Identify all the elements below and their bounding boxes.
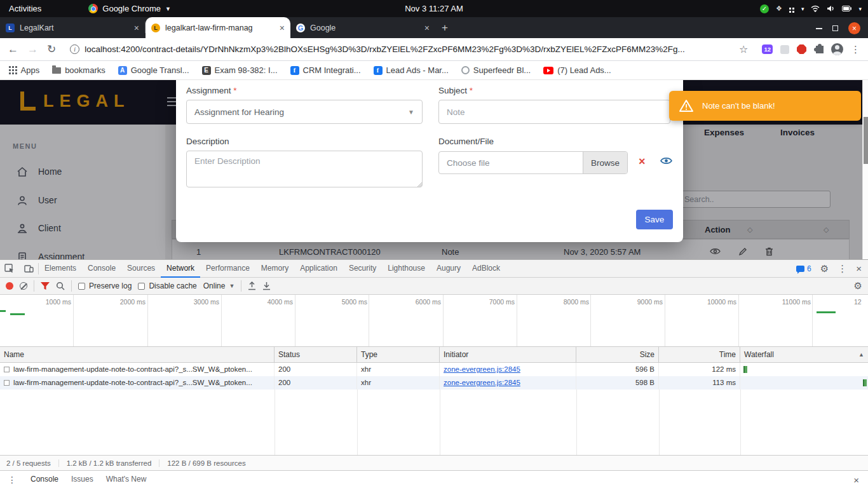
maximize-button[interactable] [832, 25, 838, 31]
bookmark-google-translate[interactable]: AGoogle Transl... [118, 65, 189, 75]
browser-tab-google[interactable]: G Google × [290, 17, 435, 38]
site-info-icon[interactable]: i [70, 44, 79, 54]
network-timeline[interactable]: 1000 ms 2000 ms 3000 ms 4000 ms 5000 ms … [0, 295, 868, 347]
network-request-row[interactable]: law-firm-management-update-note-to-contr… [0, 376, 868, 390]
minimize-button[interactable] [816, 28, 822, 29]
waterfall-bar [743, 366, 747, 373]
extensions-puzzle-icon[interactable] [816, 46, 824, 53]
initiator-link[interactable]: zone-evergreen.js:2845 [444, 365, 520, 373]
console-messages-badge[interactable]: 6 [796, 264, 811, 273]
col-size[interactable]: Size [576, 347, 659, 363]
tab-memory[interactable]: Memory [255, 260, 294, 278]
remove-file-icon[interactable]: × [639, 155, 646, 168]
tab-application[interactable]: Application [294, 260, 343, 278]
col-type[interactable]: Type [357, 347, 440, 363]
waterfall-bar [863, 379, 867, 386]
tab-close-icon[interactable]: × [134, 23, 139, 33]
close-window-button[interactable]: × [848, 22, 860, 34]
back-icon[interactable]: ← [8, 43, 18, 56]
facebook-icon: f [374, 66, 383, 75]
inspect-element-icon[interactable] [0, 260, 19, 278]
system-tray[interactable]: ✓ ❖ ▾ ▾ [760, 4, 868, 13]
description-textarea[interactable] [186, 151, 423, 187]
drawer-tab-whats-new[interactable]: What's New [100, 471, 153, 488]
profile-avatar[interactable] [831, 43, 843, 55]
clear-icon[interactable] [20, 282, 27, 290]
omnibox[interactable]: i localhost:4200/contract-details/YDrNhN… [65, 41, 753, 58]
note-modal: Assignment * Assignment for Hearing ▼ Su… [176, 80, 683, 242]
col-initiator[interactable]: Initiator [440, 347, 576, 363]
search-icon[interactable] [56, 281, 65, 290]
bookmark-exam[interactable]: EExam 98-382: I... [202, 65, 278, 75]
import-har-icon[interactable] [248, 281, 256, 290]
bookmark-folder[interactable]: bookmarks [52, 65, 105, 75]
drawer-tab-issues[interactable]: Issues [65, 471, 100, 488]
choose-file-text[interactable]: Choose file [439, 152, 583, 173]
extension-badge-icon[interactable]: 12 [762, 44, 773, 54]
page-scrollbar[interactable] [862, 80, 868, 259]
col-time[interactable]: Time [659, 347, 740, 363]
forward-icon[interactable]: → [27, 43, 38, 56]
save-button[interactable]: Save [636, 210, 673, 229]
legalkart-favicon: L [6, 24, 15, 32]
adblock-icon[interactable] [797, 44, 806, 54]
bookmark-lead-ads[interactable]: fLead Ads - Mar... [374, 65, 449, 75]
google-favicon: G [296, 24, 305, 32]
disable-cache-toggle[interactable]: Disable cache [138, 281, 196, 290]
devtools-panel: Elements Console Sources Network Perform… [0, 259, 868, 488]
throttling-select[interactable]: Online▼ [203, 281, 235, 290]
error-toast[interactable]: Note can't be blank! [669, 91, 861, 121]
col-status[interactable]: Status [275, 347, 357, 363]
preview-file-icon[interactable] [660, 156, 672, 165]
timeline-tick: 12 [854, 298, 868, 306]
tab-security[interactable]: Security [343, 260, 382, 278]
bookmark-apps[interactable]: Apps [9, 65, 39, 75]
bookmark-star-icon[interactable]: ☆ [739, 43, 748, 55]
tab-network[interactable]: Network [161, 260, 200, 278]
network-request-row[interactable]: law-firm-management-update-note-to-contr… [0, 363, 868, 376]
scrollbar-thumb[interactable] [864, 117, 868, 164]
new-tab-button[interactable]: + [442, 22, 448, 34]
drawer-tab-console[interactable]: Console [24, 471, 65, 488]
system-clock[interactable]: Nov 3 11:27 AM [0, 4, 868, 13]
col-waterfall[interactable]: Waterfall▲ [740, 347, 868, 363]
subject-input[interactable] [438, 100, 670, 124]
bookmark-superfeedr[interactable]: Superfeedr Bl... [461, 65, 531, 75]
drawer-menu-icon[interactable]: ⋮ [0, 475, 24, 485]
devtools-settings-icon[interactable]: ⚙ [820, 263, 829, 274]
tab-sources[interactable]: Sources [121, 260, 161, 278]
requests-count[interactable]: 2 / 5 requests [6, 459, 59, 467]
filter-icon[interactable] [41, 282, 50, 290]
assignment-select[interactable]: Assignment for Hearing ▼ [186, 100, 423, 124]
tab-adblock[interactable]: AdBlock [466, 260, 506, 278]
checkbox-icon[interactable] [78, 283, 85, 290]
device-toolbar-icon[interactable] [19, 260, 38, 278]
bookmark-youtube[interactable]: (7) Lead Ads... [543, 65, 611, 75]
bookmark-crm[interactable]: fCRM Integrati... [290, 65, 361, 75]
url-text[interactable]: localhost:4200/contract-details/YDrNhNkz… [85, 44, 734, 54]
browser-tab-active[interactable]: L legalkart-law-firm-manag × [146, 17, 290, 38]
file-input-group[interactable]: Choose file Browse [438, 151, 628, 174]
devtools-menu-icon[interactable]: ⋮ [837, 263, 847, 274]
tab-close-icon[interactable]: × [280, 23, 285, 33]
col-name[interactable]: Name [0, 347, 275, 363]
devtools-close-icon[interactable]: × [856, 263, 862, 274]
record-icon[interactable] [6, 282, 13, 290]
drawer-close-icon[interactable]: × [853, 475, 868, 485]
checkbox-icon[interactable] [138, 283, 145, 290]
network-settings-icon[interactable]: ⚙ [854, 280, 862, 292]
tab-augury[interactable]: Augury [431, 260, 466, 278]
tab-console[interactable]: Console [82, 260, 121, 278]
initiator-link[interactable]: zone-evergreen.js:2845 [444, 379, 520, 386]
tab-elements[interactable]: Elements [39, 260, 82, 278]
reload-icon[interactable]: ↻ [47, 43, 56, 56]
preserve-log-toggle[interactable]: Preserve log [78, 281, 132, 290]
extension-icon[interactable] [780, 45, 789, 54]
tab-close-icon[interactable]: × [424, 23, 430, 33]
browser-menu-icon[interactable]: ⋮ [851, 44, 860, 55]
browse-button[interactable]: Browse [583, 152, 627, 173]
export-har-icon[interactable] [262, 281, 271, 290]
tab-lighthouse[interactable]: Lighthouse [382, 260, 431, 278]
browser-tab-legalkart[interactable]: L LegalKart × [0, 17, 145, 38]
tab-performance[interactable]: Performance [200, 260, 255, 278]
